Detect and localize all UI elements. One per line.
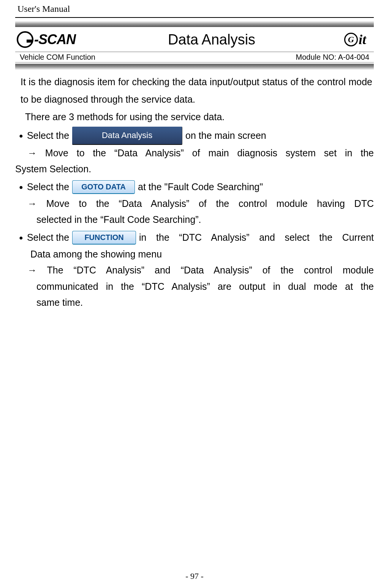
bullet1-pre-text: Select the bbox=[27, 130, 69, 141]
bullet-item-1: ● Select the Data Analysis on the main s… bbox=[15, 127, 374, 145]
bullet-item-3: ● Select the FUNCTION in the “DTC Analys… bbox=[15, 229, 374, 246]
bullet2-arrow-text: → Move to the “Data Analysis” of the con… bbox=[15, 195, 374, 228]
bullet3-post-text-line1: in the “DTC Analysis” and select the Cur… bbox=[139, 232, 374, 243]
title-row: -SCAN Data Analysis G it bbox=[15, 28, 374, 51]
gscan-logo: -SCAN bbox=[17, 30, 85, 49]
git-logo: G it bbox=[338, 31, 372, 48]
top-gradient-bar bbox=[15, 21, 374, 27]
subheader-bar: Vehicle COM Function Module NO: A-04-004 bbox=[15, 51, 374, 63]
subheader-left: Vehicle COM Function bbox=[20, 53, 95, 62]
bottom-gradient-bar bbox=[15, 64, 374, 70]
bullet1-post-text: on the main screen bbox=[185, 130, 266, 141]
page-header-title: User's Manual bbox=[15, 4, 374, 16]
gscan-logo-text: -SCAN bbox=[34, 32, 76, 48]
bullet2-post-text: at the "Fault Code Searching" bbox=[138, 181, 263, 192]
bullet1-arrow-text: → Move to the “Data Analysis” of main di… bbox=[15, 145, 374, 177]
data-analysis-button[interactable]: Data Analysis bbox=[72, 127, 182, 145]
bullet-dot-icon: ● bbox=[19, 127, 23, 144]
page-number: - 97 - bbox=[0, 571, 389, 581]
function-button[interactable]: FUNCTION bbox=[72, 231, 136, 245]
bullet-dot-icon: ● bbox=[19, 179, 23, 195]
intro-paragraph-1: It is the diagnosis item for checking th… bbox=[15, 73, 374, 108]
git-logo-text: it bbox=[359, 32, 366, 48]
header-divider bbox=[15, 17, 374, 18]
git-g-icon: G bbox=[344, 33, 358, 46]
subheader-right: Module NO: A-04-004 bbox=[296, 53, 369, 62]
bullet-dot-icon: ● bbox=[19, 229, 23, 246]
intro-paragraph-2: There are 3 methods for using the servic… bbox=[15, 109, 374, 124]
bullet2-pre-text: Select the bbox=[27, 181, 69, 192]
bullet3-arrow-text: → The “DTC Analysis” and “Data Analysis”… bbox=[15, 262, 374, 311]
page-title: Data Analysis bbox=[89, 32, 334, 48]
gscan-g-icon bbox=[17, 31, 33, 48]
bullet3-pre-text: Select the bbox=[27, 232, 69, 243]
goto-data-button[interactable]: GOTO DATA bbox=[72, 180, 135, 194]
bullet-item-2: ● Select the GOTO DATA at the "Fault Cod… bbox=[15, 179, 374, 195]
bullet3-post-text-line2: Data among the showing menu bbox=[15, 246, 374, 262]
